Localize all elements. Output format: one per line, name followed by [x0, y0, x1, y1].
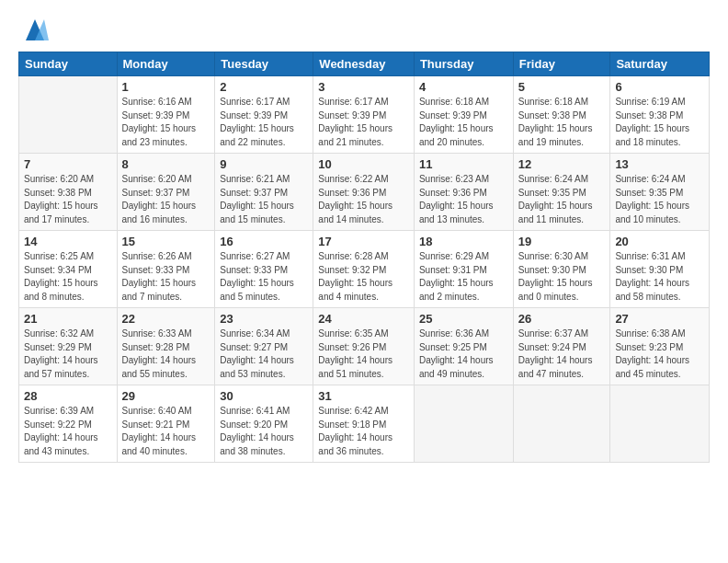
day-number: 29 — [122, 389, 210, 403]
day-info: Sunrise: 6:18 AM Sunset: 9:38 PM Dayligh… — [518, 96, 606, 149]
day-number: 30 — [220, 389, 308, 403]
header — [18, 15, 710, 42]
day-info: Sunrise: 6:24 AM Sunset: 9:35 PM Dayligh… — [518, 173, 606, 226]
day-info: Sunrise: 6:33 AM Sunset: 9:28 PM Dayligh… — [122, 327, 210, 381]
day-info: Sunrise: 6:25 AM Sunset: 9:34 PM Dayligh… — [24, 250, 112, 304]
day-of-week-header: Sunday — [19, 52, 118, 76]
calendar-cell: 3Sunrise: 6:17 AM Sunset: 9:39 PM Daylig… — [313, 76, 415, 154]
calendar-cell: 15Sunrise: 6:26 AM Sunset: 9:33 PM Dayli… — [117, 231, 215, 308]
day-number: 7 — [24, 157, 112, 171]
day-of-week-header: Monday — [117, 52, 215, 76]
calendar-table: SundayMondayTuesdayWednesdayThursdayFrid… — [18, 52, 710, 463]
day-of-week-header: Thursday — [414, 52, 513, 76]
calendar-week-row: 28Sunrise: 6:39 AM Sunset: 9:22 PM Dayli… — [19, 385, 710, 463]
day-info: Sunrise: 6:26 AM Sunset: 9:33 PM Dayligh… — [122, 250, 210, 304]
day-of-week-header: Tuesday — [215, 52, 313, 76]
day-info: Sunrise: 6:31 AM Sunset: 9:30 PM Dayligh… — [615, 250, 704, 304]
calendar-cell: 5Sunrise: 6:18 AM Sunset: 9:38 PM Daylig… — [513, 76, 610, 154]
calendar-cell: 6Sunrise: 6:19 AM Sunset: 9:38 PM Daylig… — [610, 76, 710, 154]
day-number: 9 — [220, 157, 308, 171]
day-info: Sunrise: 6:32 AM Sunset: 9:29 PM Dayligh… — [24, 327, 112, 381]
day-number: 4 — [419, 80, 508, 94]
day-number: 5 — [518, 80, 606, 94]
calendar-cell: 10Sunrise: 6:22 AM Sunset: 9:36 PM Dayli… — [313, 154, 415, 231]
calendar-cell: 30Sunrise: 6:41 AM Sunset: 9:20 PM Dayli… — [215, 385, 313, 463]
calendar-week-row: 1Sunrise: 6:16 AM Sunset: 9:39 PM Daylig… — [19, 76, 710, 154]
logo-icon — [21, 15, 49, 42]
day-number: 16 — [220, 235, 308, 248]
day-number: 1 — [122, 80, 210, 94]
day-info: Sunrise: 6:23 AM Sunset: 9:36 PM Dayligh… — [419, 173, 508, 226]
calendar-week-row: 21Sunrise: 6:32 AM Sunset: 9:29 PM Dayli… — [19, 308, 710, 385]
day-number: 17 — [318, 235, 409, 248]
calendar-cell — [513, 385, 610, 463]
day-info: Sunrise: 6:29 AM Sunset: 9:31 PM Dayligh… — [419, 250, 508, 304]
day-number: 10 — [318, 157, 409, 171]
day-of-week-header: Saturday — [610, 52, 710, 76]
calendar-cell: 4Sunrise: 6:18 AM Sunset: 9:39 PM Daylig… — [414, 76, 513, 154]
day-number: 18 — [419, 235, 508, 248]
day-info: Sunrise: 6:17 AM Sunset: 9:39 PM Dayligh… — [318, 96, 409, 149]
logo — [18, 15, 49, 42]
calendar-cell: 31Sunrise: 6:42 AM Sunset: 9:18 PM Dayli… — [313, 385, 415, 463]
day-number: 21 — [24, 312, 112, 326]
day-number: 3 — [318, 80, 409, 94]
day-info: Sunrise: 6:19 AM Sunset: 9:38 PM Dayligh… — [615, 96, 704, 149]
day-info: Sunrise: 6:37 AM Sunset: 9:24 PM Dayligh… — [518, 327, 606, 381]
calendar-cell: 19Sunrise: 6:30 AM Sunset: 9:30 PM Dayli… — [513, 231, 610, 308]
day-number: 19 — [518, 235, 606, 248]
day-number: 14 — [24, 235, 112, 248]
calendar-cell: 21Sunrise: 6:32 AM Sunset: 9:29 PM Dayli… — [19, 308, 118, 385]
day-info: Sunrise: 6:38 AM Sunset: 9:23 PM Dayligh… — [615, 327, 704, 381]
calendar-cell: 20Sunrise: 6:31 AM Sunset: 9:30 PM Dayli… — [610, 231, 710, 308]
calendar-cell: 11Sunrise: 6:23 AM Sunset: 9:36 PM Dayli… — [414, 154, 513, 231]
day-number: 8 — [122, 157, 210, 171]
calendar-cell — [19, 76, 118, 154]
day-number: 28 — [24, 389, 112, 403]
day-number: 24 — [318, 312, 409, 326]
calendar-cell: 13Sunrise: 6:24 AM Sunset: 9:35 PM Dayli… — [610, 154, 710, 231]
calendar-cell: 23Sunrise: 6:34 AM Sunset: 9:27 PM Dayli… — [215, 308, 313, 385]
day-info: Sunrise: 6:22 AM Sunset: 9:36 PM Dayligh… — [318, 173, 409, 226]
calendar-cell: 8Sunrise: 6:20 AM Sunset: 9:37 PM Daylig… — [117, 154, 215, 231]
calendar-cell: 9Sunrise: 6:21 AM Sunset: 9:37 PM Daylig… — [215, 154, 313, 231]
calendar-week-row: 14Sunrise: 6:25 AM Sunset: 9:34 PM Dayli… — [19, 231, 710, 308]
day-info: Sunrise: 6:39 AM Sunset: 9:22 PM Dayligh… — [24, 405, 112, 458]
day-info: Sunrise: 6:41 AM Sunset: 9:20 PM Dayligh… — [220, 405, 308, 458]
day-number: 20 — [615, 235, 704, 248]
calendar-cell: 24Sunrise: 6:35 AM Sunset: 9:26 PM Dayli… — [313, 308, 415, 385]
day-number: 22 — [122, 312, 210, 326]
day-number: 13 — [615, 157, 704, 171]
day-number: 23 — [220, 312, 308, 326]
calendar-cell: 18Sunrise: 6:29 AM Sunset: 9:31 PM Dayli… — [414, 231, 513, 308]
day-info: Sunrise: 6:28 AM Sunset: 9:32 PM Dayligh… — [318, 250, 409, 304]
calendar-cell: 16Sunrise: 6:27 AM Sunset: 9:33 PM Dayli… — [215, 231, 313, 308]
calendar-cell: 28Sunrise: 6:39 AM Sunset: 9:22 PM Dayli… — [19, 385, 118, 463]
calendar-header-row: SundayMondayTuesdayWednesdayThursdayFrid… — [19, 52, 710, 76]
day-info: Sunrise: 6:42 AM Sunset: 9:18 PM Dayligh… — [318, 405, 409, 458]
day-number: 26 — [518, 312, 606, 326]
calendar-cell — [610, 385, 710, 463]
day-info: Sunrise: 6:17 AM Sunset: 9:39 PM Dayligh… — [220, 96, 308, 149]
day-info: Sunrise: 6:36 AM Sunset: 9:25 PM Dayligh… — [419, 327, 508, 381]
day-info: Sunrise: 6:27 AM Sunset: 9:33 PM Dayligh… — [220, 250, 308, 304]
day-info: Sunrise: 6:18 AM Sunset: 9:39 PM Dayligh… — [419, 96, 508, 149]
day-info: Sunrise: 6:16 AM Sunset: 9:39 PM Dayligh… — [122, 96, 210, 149]
day-number: 31 — [318, 389, 409, 403]
day-number: 15 — [122, 235, 210, 248]
calendar-cell: 26Sunrise: 6:37 AM Sunset: 9:24 PM Dayli… — [513, 308, 610, 385]
calendar-cell: 7Sunrise: 6:20 AM Sunset: 9:38 PM Daylig… — [19, 154, 118, 231]
day-number: 12 — [518, 157, 606, 171]
day-of-week-header: Friday — [513, 52, 610, 76]
day-info: Sunrise: 6:21 AM Sunset: 9:37 PM Dayligh… — [220, 173, 308, 226]
calendar-cell: 2Sunrise: 6:17 AM Sunset: 9:39 PM Daylig… — [215, 76, 313, 154]
day-number: 11 — [419, 157, 508, 171]
day-number: 2 — [220, 80, 308, 94]
calendar-cell: 1Sunrise: 6:16 AM Sunset: 9:39 PM Daylig… — [117, 76, 215, 154]
day-number: 27 — [615, 312, 704, 326]
calendar-cell: 29Sunrise: 6:40 AM Sunset: 9:21 PM Dayli… — [117, 385, 215, 463]
day-info: Sunrise: 6:34 AM Sunset: 9:27 PM Dayligh… — [220, 327, 308, 381]
calendar-week-row: 7Sunrise: 6:20 AM Sunset: 9:38 PM Daylig… — [19, 154, 710, 231]
day-of-week-header: Wednesday — [313, 52, 415, 76]
day-info: Sunrise: 6:20 AM Sunset: 9:37 PM Dayligh… — [122, 173, 210, 226]
